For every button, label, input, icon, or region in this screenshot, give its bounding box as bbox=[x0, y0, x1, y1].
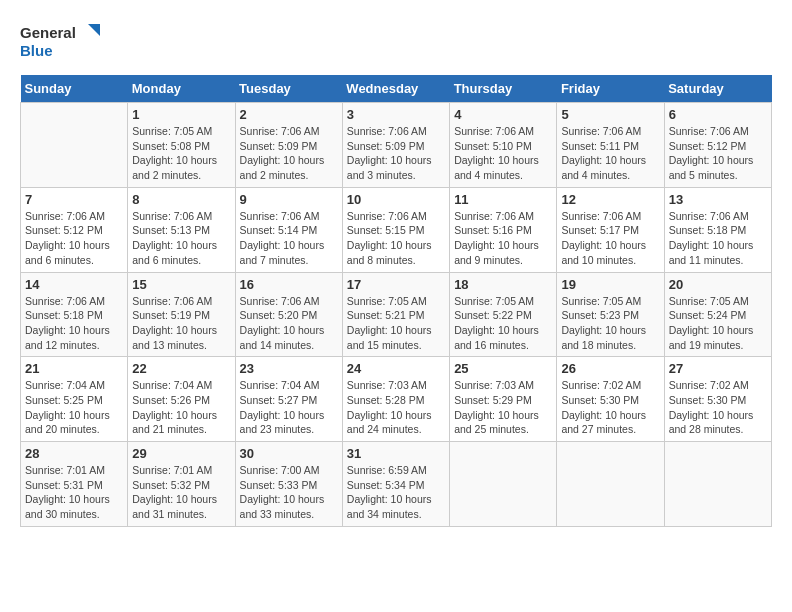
day-number: 13 bbox=[669, 192, 767, 207]
calendar-cell: 18Sunrise: 7:05 AM Sunset: 5:22 PM Dayli… bbox=[450, 272, 557, 357]
calendar-cell: 3Sunrise: 7:06 AM Sunset: 5:09 PM Daylig… bbox=[342, 103, 449, 188]
weekday-header: Thursday bbox=[450, 75, 557, 103]
day-number: 16 bbox=[240, 277, 338, 292]
day-number: 11 bbox=[454, 192, 552, 207]
calendar-cell bbox=[21, 103, 128, 188]
calendar-week-row: 14Sunrise: 7:06 AM Sunset: 5:18 PM Dayli… bbox=[21, 272, 772, 357]
day-info: Sunrise: 7:06 AM Sunset: 5:12 PM Dayligh… bbox=[669, 124, 767, 183]
calendar-cell: 9Sunrise: 7:06 AM Sunset: 5:14 PM Daylig… bbox=[235, 187, 342, 272]
day-number: 18 bbox=[454, 277, 552, 292]
day-number: 28 bbox=[25, 446, 123, 461]
day-info: Sunrise: 7:06 AM Sunset: 5:11 PM Dayligh… bbox=[561, 124, 659, 183]
calendar-cell: 28Sunrise: 7:01 AM Sunset: 5:31 PM Dayli… bbox=[21, 442, 128, 527]
calendar-cell: 17Sunrise: 7:05 AM Sunset: 5:21 PM Dayli… bbox=[342, 272, 449, 357]
day-info: Sunrise: 7:03 AM Sunset: 5:28 PM Dayligh… bbox=[347, 378, 445, 437]
calendar-cell: 30Sunrise: 7:00 AM Sunset: 5:33 PM Dayli… bbox=[235, 442, 342, 527]
day-number: 1 bbox=[132, 107, 230, 122]
day-number: 4 bbox=[454, 107, 552, 122]
day-number: 12 bbox=[561, 192, 659, 207]
calendar-cell: 27Sunrise: 7:02 AM Sunset: 5:30 PM Dayli… bbox=[664, 357, 771, 442]
weekday-header: Monday bbox=[128, 75, 235, 103]
day-info: Sunrise: 7:06 AM Sunset: 5:09 PM Dayligh… bbox=[240, 124, 338, 183]
day-info: Sunrise: 7:06 AM Sunset: 5:20 PM Dayligh… bbox=[240, 294, 338, 353]
day-number: 30 bbox=[240, 446, 338, 461]
calendar-cell: 20Sunrise: 7:05 AM Sunset: 5:24 PM Dayli… bbox=[664, 272, 771, 357]
calendar-cell: 19Sunrise: 7:05 AM Sunset: 5:23 PM Dayli… bbox=[557, 272, 664, 357]
day-info: Sunrise: 7:00 AM Sunset: 5:33 PM Dayligh… bbox=[240, 463, 338, 522]
day-number: 8 bbox=[132, 192, 230, 207]
weekday-header: Wednesday bbox=[342, 75, 449, 103]
calendar-cell: 22Sunrise: 7:04 AM Sunset: 5:26 PM Dayli… bbox=[128, 357, 235, 442]
day-number: 3 bbox=[347, 107, 445, 122]
calendar-cell bbox=[557, 442, 664, 527]
calendar-cell bbox=[664, 442, 771, 527]
calendar-cell: 10Sunrise: 7:06 AM Sunset: 5:15 PM Dayli… bbox=[342, 187, 449, 272]
day-number: 24 bbox=[347, 361, 445, 376]
svg-marker-1 bbox=[88, 24, 100, 36]
day-number: 25 bbox=[454, 361, 552, 376]
day-info: Sunrise: 7:01 AM Sunset: 5:31 PM Dayligh… bbox=[25, 463, 123, 522]
day-info: Sunrise: 7:06 AM Sunset: 5:19 PM Dayligh… bbox=[132, 294, 230, 353]
svg-text:General: General bbox=[20, 24, 76, 41]
day-info: Sunrise: 6:59 AM Sunset: 5:34 PM Dayligh… bbox=[347, 463, 445, 522]
page-header: General Blue bbox=[20, 20, 772, 65]
day-number: 20 bbox=[669, 277, 767, 292]
calendar-cell: 21Sunrise: 7:04 AM Sunset: 5:25 PM Dayli… bbox=[21, 357, 128, 442]
calendar-cell: 31Sunrise: 6:59 AM Sunset: 5:34 PM Dayli… bbox=[342, 442, 449, 527]
calendar-cell: 13Sunrise: 7:06 AM Sunset: 5:18 PM Dayli… bbox=[664, 187, 771, 272]
day-number: 31 bbox=[347, 446, 445, 461]
calendar-cell: 15Sunrise: 7:06 AM Sunset: 5:19 PM Dayli… bbox=[128, 272, 235, 357]
calendar-cell: 11Sunrise: 7:06 AM Sunset: 5:16 PM Dayli… bbox=[450, 187, 557, 272]
calendar-cell: 7Sunrise: 7:06 AM Sunset: 5:12 PM Daylig… bbox=[21, 187, 128, 272]
day-number: 15 bbox=[132, 277, 230, 292]
weekday-header: Tuesday bbox=[235, 75, 342, 103]
day-info: Sunrise: 7:02 AM Sunset: 5:30 PM Dayligh… bbox=[669, 378, 767, 437]
day-info: Sunrise: 7:06 AM Sunset: 5:12 PM Dayligh… bbox=[25, 209, 123, 268]
day-number: 9 bbox=[240, 192, 338, 207]
calendar-cell: 6Sunrise: 7:06 AM Sunset: 5:12 PM Daylig… bbox=[664, 103, 771, 188]
day-number: 23 bbox=[240, 361, 338, 376]
day-info: Sunrise: 7:06 AM Sunset: 5:17 PM Dayligh… bbox=[561, 209, 659, 268]
day-number: 29 bbox=[132, 446, 230, 461]
calendar-cell: 24Sunrise: 7:03 AM Sunset: 5:28 PM Dayli… bbox=[342, 357, 449, 442]
day-number: 10 bbox=[347, 192, 445, 207]
day-number: 27 bbox=[669, 361, 767, 376]
calendar-table: SundayMondayTuesdayWednesdayThursdayFrid… bbox=[20, 75, 772, 527]
day-number: 21 bbox=[25, 361, 123, 376]
day-number: 17 bbox=[347, 277, 445, 292]
day-info: Sunrise: 7:02 AM Sunset: 5:30 PM Dayligh… bbox=[561, 378, 659, 437]
day-info: Sunrise: 7:05 AM Sunset: 5:08 PM Dayligh… bbox=[132, 124, 230, 183]
weekday-header-row: SundayMondayTuesdayWednesdayThursdayFrid… bbox=[21, 75, 772, 103]
day-info: Sunrise: 7:04 AM Sunset: 5:25 PM Dayligh… bbox=[25, 378, 123, 437]
day-number: 19 bbox=[561, 277, 659, 292]
svg-text:Blue: Blue bbox=[20, 42, 53, 59]
logo-svg: General Blue bbox=[20, 20, 110, 65]
day-info: Sunrise: 7:06 AM Sunset: 5:16 PM Dayligh… bbox=[454, 209, 552, 268]
day-number: 14 bbox=[25, 277, 123, 292]
day-number: 2 bbox=[240, 107, 338, 122]
calendar-week-row: 1Sunrise: 7:05 AM Sunset: 5:08 PM Daylig… bbox=[21, 103, 772, 188]
calendar-week-row: 28Sunrise: 7:01 AM Sunset: 5:31 PM Dayli… bbox=[21, 442, 772, 527]
day-number: 6 bbox=[669, 107, 767, 122]
day-info: Sunrise: 7:06 AM Sunset: 5:14 PM Dayligh… bbox=[240, 209, 338, 268]
logo: General Blue bbox=[20, 20, 110, 65]
calendar-cell bbox=[450, 442, 557, 527]
day-info: Sunrise: 7:05 AM Sunset: 5:23 PM Dayligh… bbox=[561, 294, 659, 353]
calendar-cell: 26Sunrise: 7:02 AM Sunset: 5:30 PM Dayli… bbox=[557, 357, 664, 442]
day-info: Sunrise: 7:05 AM Sunset: 5:24 PM Dayligh… bbox=[669, 294, 767, 353]
calendar-cell: 1Sunrise: 7:05 AM Sunset: 5:08 PM Daylig… bbox=[128, 103, 235, 188]
weekday-header: Saturday bbox=[664, 75, 771, 103]
day-info: Sunrise: 7:01 AM Sunset: 5:32 PM Dayligh… bbox=[132, 463, 230, 522]
calendar-cell: 4Sunrise: 7:06 AM Sunset: 5:10 PM Daylig… bbox=[450, 103, 557, 188]
calendar-week-row: 7Sunrise: 7:06 AM Sunset: 5:12 PM Daylig… bbox=[21, 187, 772, 272]
calendar-cell: 16Sunrise: 7:06 AM Sunset: 5:20 PM Dayli… bbox=[235, 272, 342, 357]
day-number: 7 bbox=[25, 192, 123, 207]
calendar-cell: 2Sunrise: 7:06 AM Sunset: 5:09 PM Daylig… bbox=[235, 103, 342, 188]
day-info: Sunrise: 7:03 AM Sunset: 5:29 PM Dayligh… bbox=[454, 378, 552, 437]
calendar-week-row: 21Sunrise: 7:04 AM Sunset: 5:25 PM Dayli… bbox=[21, 357, 772, 442]
calendar-cell: 29Sunrise: 7:01 AM Sunset: 5:32 PM Dayli… bbox=[128, 442, 235, 527]
calendar-cell: 23Sunrise: 7:04 AM Sunset: 5:27 PM Dayli… bbox=[235, 357, 342, 442]
calendar-cell: 14Sunrise: 7:06 AM Sunset: 5:18 PM Dayli… bbox=[21, 272, 128, 357]
day-info: Sunrise: 7:05 AM Sunset: 5:22 PM Dayligh… bbox=[454, 294, 552, 353]
day-info: Sunrise: 7:05 AM Sunset: 5:21 PM Dayligh… bbox=[347, 294, 445, 353]
